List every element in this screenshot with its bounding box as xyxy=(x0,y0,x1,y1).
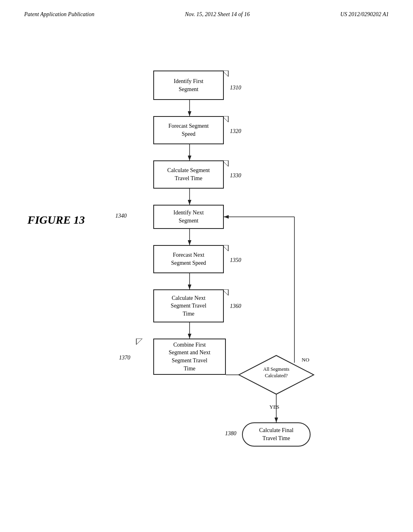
fold-1320 xyxy=(222,116,230,124)
fold-1360 xyxy=(222,289,230,297)
fold-1330 xyxy=(222,160,230,168)
box-1360: Calculate Next Segment Travel Time xyxy=(153,289,224,322)
stepnum-1340: 1340 xyxy=(115,213,127,219)
stepnum-1330: 1330 xyxy=(230,172,241,179)
svg-text:All Segments: All Segments xyxy=(263,366,290,372)
header-center: Nov. 15, 2012 Sheet 14 of 16 xyxy=(185,11,250,18)
stepnum-1320: 1320 xyxy=(230,128,241,135)
box-1310: Identify First Segment xyxy=(153,71,224,100)
stepnum-1310: 1310 xyxy=(230,85,241,91)
box-1340: Identify Next Segment xyxy=(153,205,224,229)
header-left: Patent Application Publication xyxy=(24,11,94,18)
stepnum-1360: 1360 xyxy=(230,303,241,310)
svg-text:Calculated?: Calculated? xyxy=(265,373,288,378)
box-1370: Combine First Segment and Next Segment T… xyxy=(153,339,226,375)
stepnum-1350: 1350 xyxy=(230,257,241,264)
yes-label: YES xyxy=(269,404,280,410)
fold-1310 xyxy=(222,71,230,79)
box-1330: Calculate Segment Travel Time xyxy=(153,160,224,189)
stepnum-1380: 1380 xyxy=(225,430,236,437)
stepnum-1370: 1370 xyxy=(119,355,130,361)
no-label: NO xyxy=(302,357,309,363)
box-1350: Forecast Next Segment Speed xyxy=(153,245,224,273)
fold-1370 xyxy=(134,339,142,347)
box-1320: Forecast Segment Speed xyxy=(153,116,224,144)
figure-label: FIGURE 13 xyxy=(27,214,85,227)
fold-1350 xyxy=(222,245,230,253)
header-right: US 2012/0290202 A1 xyxy=(340,11,389,18)
box-1380: Calculate Final Travel Time xyxy=(242,422,311,447)
